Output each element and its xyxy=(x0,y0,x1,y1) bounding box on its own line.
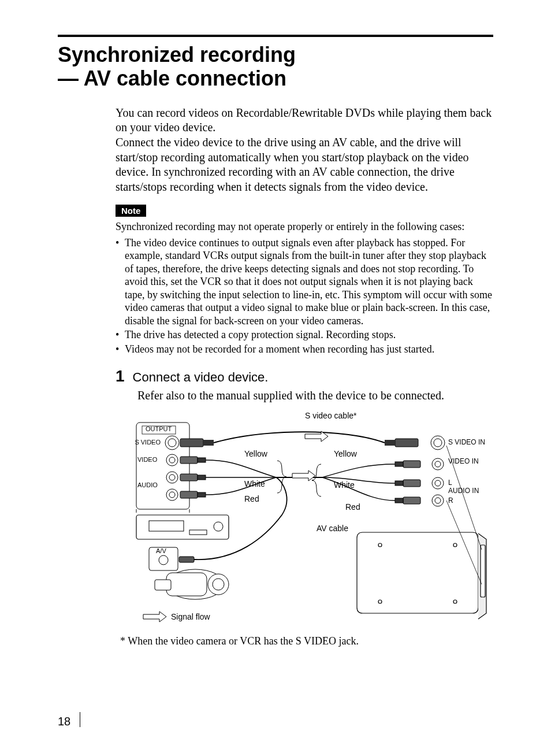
label-av-cable: AV cable xyxy=(317,524,348,533)
label-video-in: VIDEO IN xyxy=(448,457,479,465)
svg-point-43 xyxy=(213,579,224,590)
svg-rect-21 xyxy=(385,440,395,446)
svg-point-46 xyxy=(159,555,168,565)
step-row: 1 Connect a video device. xyxy=(116,367,493,386)
svg-rect-27 xyxy=(198,492,206,497)
svg-rect-20 xyxy=(395,439,418,447)
svg-rect-37 xyxy=(189,530,207,535)
svg-rect-48 xyxy=(481,545,485,597)
svg-rect-41 xyxy=(166,573,207,596)
page-number-rule xyxy=(80,712,80,727)
svg-point-14 xyxy=(432,477,444,489)
svg-rect-30 xyxy=(403,480,420,487)
note-list: The video device continues to output sig… xyxy=(116,236,493,356)
svg-point-6 xyxy=(166,472,178,483)
intro-paragraph: You can record videos on Recordable/Rewr… xyxy=(116,106,493,195)
footnote: * When the video camera or VCR has the S… xyxy=(120,635,493,647)
title-line-1: Synchronized recording xyxy=(58,43,296,66)
label-signal-flow: Signal flow xyxy=(171,612,210,621)
title-line-2: — AV cable connection xyxy=(58,66,286,90)
svg-point-51 xyxy=(378,600,382,603)
note-item: The video device continues to output sig… xyxy=(116,236,493,328)
note-item: Videos may not be recorded for a moment … xyxy=(116,343,493,356)
page-title: Synchronized recording — AV cable connec… xyxy=(58,43,493,91)
note-item: The drive has detected a copy protection… xyxy=(116,328,493,342)
label-r: R xyxy=(448,496,453,505)
label-svideo: S VIDEO xyxy=(128,439,161,446)
svg-rect-29 xyxy=(395,462,403,466)
label-audio: AUDIO xyxy=(137,481,158,488)
step-title: Connect a video device. xyxy=(133,370,269,385)
label-output: OUTPUT xyxy=(146,425,172,432)
svg-point-8 xyxy=(166,489,178,501)
svg-rect-24 xyxy=(180,474,198,481)
svg-point-12 xyxy=(432,458,444,470)
svg-point-4 xyxy=(166,454,178,466)
label-av-port: A/V xyxy=(156,547,166,554)
svg-rect-47 xyxy=(179,557,194,562)
svg-rect-44 xyxy=(155,580,171,590)
svg-rect-22 xyxy=(180,457,198,464)
label-audio-in: AUDIO IN xyxy=(448,487,479,495)
connection-diagram: S video cable* OUTPUT S VIDEO VIDEO AUDI… xyxy=(132,411,487,625)
note-intro: Synchronized recording may not operate p… xyxy=(116,220,493,234)
svg-rect-33 xyxy=(395,498,403,503)
svg-point-52 xyxy=(453,600,457,603)
label-l: L xyxy=(448,479,452,487)
diagram-svg xyxy=(132,411,487,625)
svg-rect-28 xyxy=(403,461,420,468)
svg-rect-18 xyxy=(180,439,203,447)
svg-point-49 xyxy=(378,543,382,547)
label-yellow-l: Yellow xyxy=(244,449,267,458)
svg-point-2 xyxy=(165,436,179,450)
title-rule xyxy=(58,35,493,37)
page-number: 18 xyxy=(58,715,70,728)
svg-rect-26 xyxy=(180,491,198,498)
svg-rect-23 xyxy=(198,458,206,462)
svg-rect-31 xyxy=(395,481,403,486)
svg-point-10 xyxy=(431,436,445,450)
label-yellow-r: Yellow xyxy=(334,449,357,458)
svg-point-36 xyxy=(214,522,223,531)
label-svideo-cable: S video cable* xyxy=(305,411,357,420)
label-svideo-in: S VIDEO IN xyxy=(448,438,485,446)
label-white-l: White xyxy=(244,479,265,488)
svg-point-16 xyxy=(432,495,444,506)
step-subtitle: Refer also to the manual supplied with t… xyxy=(137,388,493,403)
note-badge: Note xyxy=(116,205,146,217)
label-video: VIDEO xyxy=(137,456,157,463)
step-number: 1 xyxy=(116,367,125,386)
svg-rect-19 xyxy=(203,440,214,446)
label-white-r: White xyxy=(334,480,355,490)
svg-rect-32 xyxy=(403,497,420,504)
label-red-l: Red xyxy=(244,494,259,503)
label-red-r: Red xyxy=(345,502,360,512)
svg-rect-25 xyxy=(198,475,206,480)
svg-point-50 xyxy=(453,543,457,547)
svg-rect-35 xyxy=(149,521,184,531)
